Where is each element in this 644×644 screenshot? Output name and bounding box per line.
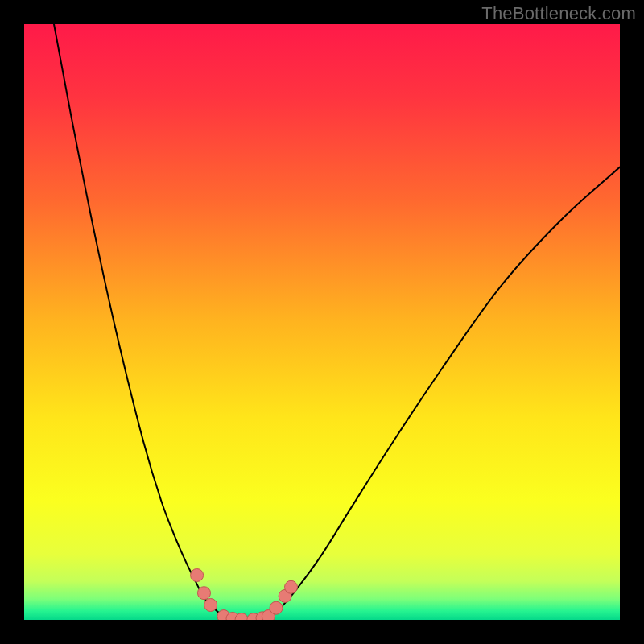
bottleneck-curve-chart <box>24 24 620 620</box>
data-marker <box>270 601 283 614</box>
data-marker <box>191 569 204 582</box>
plot-area <box>24 24 620 620</box>
data-marker <box>285 580 298 593</box>
data-marker <box>197 587 210 600</box>
data-marker <box>204 599 217 612</box>
watermark-text: TheBottleneck.com <box>481 3 636 24</box>
chart-frame: TheBottleneck.com <box>0 0 644 644</box>
